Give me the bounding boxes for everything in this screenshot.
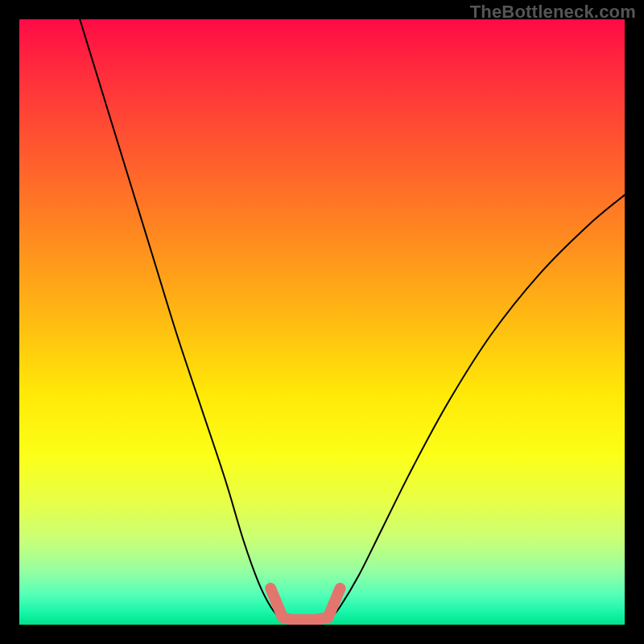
right-curve (328, 195, 625, 621)
curves-svg (19, 19, 625, 625)
watermark-text: TheBottleneck.com (470, 2, 636, 23)
chart-frame: TheBottleneck.com (0, 0, 644, 644)
plot-area (19, 19, 625, 625)
left-curve (80, 19, 283, 621)
optimum-marker (270, 588, 340, 620)
